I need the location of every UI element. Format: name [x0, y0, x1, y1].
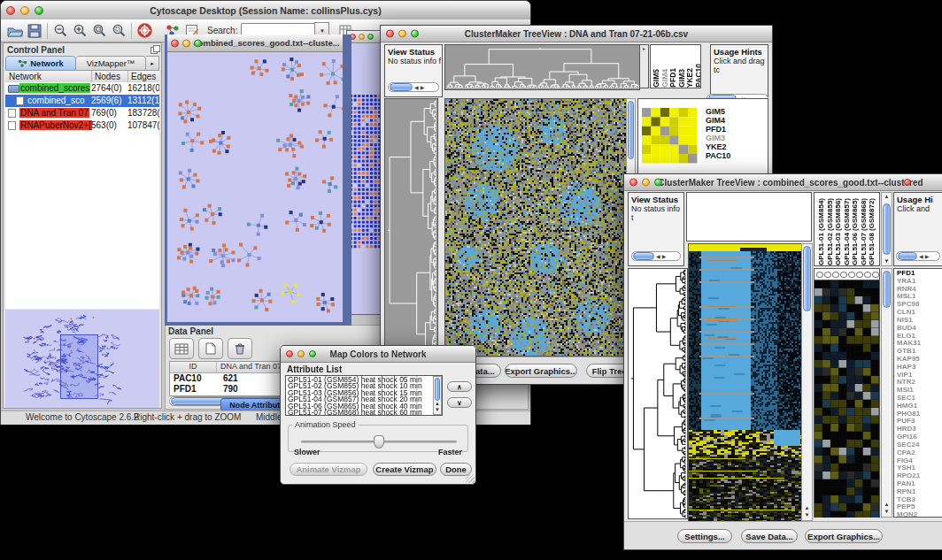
attribute-item[interactable]: GPL51-07 (GSM868) heat shock 60 min — [286, 410, 442, 416]
gene-label[interactable]: GIM4 — [706, 116, 730, 125]
new-attribute-icon[interactable] — [198, 338, 223, 359]
zoom-button[interactable] — [411, 30, 419, 38]
animate-vizmap-button[interactable]: Animate Vizmap — [290, 463, 367, 476]
create-vizmap-button[interactable]: Create Vizmap — [373, 463, 436, 476]
move-up-button[interactable]: ∧ — [447, 381, 472, 392]
array-label[interactable]: GPL51-01 (GSM854) — [817, 198, 826, 265]
zoom-button[interactable] — [35, 6, 43, 15]
array-label[interactable]: GPL51-04 (GSM857) — [843, 198, 852, 265]
global-heatmap[interactable] — [444, 98, 628, 357]
network-canvas[interactable] — [167, 52, 343, 322]
scroll-down-icon[interactable]: ▼ — [882, 509, 892, 515]
scroll-left-icon[interactable]: ◀ — [919, 254, 923, 259]
treeview2-title-bar[interactable]: ClusterMaker TreeView : combined_scores_… — [624, 174, 942, 191]
close-button[interactable] — [386, 30, 394, 38]
network-list-row[interactable]: DNA and Tran 07 769(0) 183728(0) — [5, 107, 159, 119]
scroll-right-icon[interactable]: ▶ — [925, 254, 930, 259]
array-label[interactable]: GPL51-02 (GSM855) — [826, 198, 835, 265]
view-status-scrollbar[interactable]: ◀ ▶ — [388, 82, 439, 92]
scroll-down-icon[interactable]: ▼ — [434, 407, 441, 413]
close-button[interactable] — [171, 39, 179, 47]
gene-label[interactable]: GIM5 — [706, 107, 730, 116]
network-list-row[interactable]: combined_sco 2569(6) 13112(15) — [5, 95, 159, 107]
scroll-up-icon[interactable]: ▲ — [882, 502, 892, 508]
network-list-row[interactable]: RNAPuberNov2+[ 563(0) 107847(0) — [5, 119, 159, 132]
scroll-thumb[interactable] — [628, 101, 634, 159]
heatmap-vscrollbar[interactable]: ▲ ▼ — [801, 243, 813, 521]
scroll-down-icon[interactable]: ▼ — [882, 258, 892, 265]
gene-label[interactable]: YKE2 — [706, 142, 730, 151]
help-lifering-icon[interactable] — [135, 22, 154, 40]
global-heatmap[interactable] — [688, 243, 803, 523]
scroll-left-icon[interactable]: ◀ — [656, 254, 660, 259]
save-session-icon[interactable] — [25, 22, 44, 40]
scroll-thumb[interactable] — [390, 83, 413, 91]
column-label[interactable]: PAC10 — [695, 64, 701, 88]
minimize-button[interactable] — [398, 30, 406, 38]
column-dendrogram-area[interactable] — [686, 192, 812, 242]
close-button[interactable] — [6, 6, 15, 15]
minimize-button[interactable] — [297, 350, 305, 357]
network-window-title-bar[interactable]: combined_scores_good.txt--cluste... — [167, 35, 343, 52]
export-graphics-button[interactable]: Export Graphics... — [505, 364, 577, 378]
zoom-button[interactable] — [367, 34, 374, 40]
scroll-thumb[interactable] — [883, 203, 891, 255]
zoom-fit-icon[interactable] — [89, 22, 109, 40]
export-graphics-button[interactable]: Export Graphics... — [805, 529, 883, 543]
treeview1-title-bar[interactable]: ClusterMaker TreeView : DNA and Tran 07-… — [381, 26, 772, 42]
zoom-out-icon[interactable] — [50, 22, 70, 40]
attribute-table-icon[interactable] — [169, 338, 194, 359]
gene-label[interactable]: PFD1 — [706, 125, 730, 134]
zoom-heatmap[interactable] — [641, 107, 698, 164]
main-title-bar[interactable]: Cytoscape Desktop (Session Name: collins… — [1, 1, 530, 20]
scroll-right-icon[interactable]: ▶ — [421, 85, 425, 90]
minimize-button[interactable] — [642, 179, 650, 187]
scroll-thumb[interactable] — [633, 252, 654, 260]
scroll-thumb[interactable] — [435, 378, 440, 401]
zoom-button[interactable] — [194, 39, 202, 47]
tab-vizmapper[interactable]: VizMapper™ — [76, 56, 146, 71]
zoom-in-icon[interactable] — [70, 22, 89, 40]
attribute-list-vscrollbar[interactable]: ▲ ▼ — [433, 376, 442, 415]
zoom-button[interactable] — [654, 179, 662, 187]
attribute-listbox[interactable]: GPL51-01 (GSM854) heat shock 05 minGPL51… — [285, 375, 443, 416]
window-controls[interactable] — [6, 6, 43, 15]
minimize-button[interactable] — [182, 39, 190, 47]
scroll-up-icon[interactable]: ▲ — [802, 505, 812, 511]
scroll-thumb[interactable] — [898, 252, 917, 260]
zoom-heatmap[interactable] — [815, 280, 879, 518]
close-button[interactable] — [629, 179, 637, 187]
row-dendrogram[interactable] — [628, 268, 688, 519]
gene-label[interactable]: PAC10 — [706, 151, 730, 160]
zoom-vscrollbar[interactable]: ▲ ▼ — [881, 268, 892, 518]
open-session-icon[interactable] — [5, 22, 25, 40]
close-button[interactable] — [286, 350, 293, 357]
speed-slider-thumb[interactable] — [374, 435, 384, 449]
array-label[interactable]: GPL51-03 (GSM856) — [834, 198, 843, 265]
array-label[interactable]: GPL51-06 (GSM865) — [851, 198, 860, 265]
resize-grip[interactable] — [466, 474, 475, 483]
scroll-down-icon[interactable]: ▼ — [802, 512, 812, 518]
gene-label[interactable]: GIM3 — [706, 134, 730, 142]
row-dendrogram[interactable] — [384, 98, 438, 357]
network-overview-thumbnail[interactable] — [5, 310, 159, 408]
minimize-button[interactable] — [359, 34, 365, 40]
minimize-button[interactable] — [20, 6, 29, 15]
tab-network[interactable]: Network — [5, 56, 76, 71]
move-down-button[interactable]: ∨ — [447, 397, 472, 408]
array-labels-vscrollbar[interactable]: ▲ ▼ — [881, 192, 892, 266]
scroll-thumb[interactable] — [883, 271, 891, 308]
settings-button[interactable]: Settings... — [677, 529, 732, 543]
gene-label[interactable]: MON2 — [897, 511, 942, 518]
network-list-row[interactable]: combined_scores 2764(0) 16218(0) — [5, 82, 159, 95]
column-dendrogram[interactable] — [444, 44, 640, 90]
scroll-right-icon[interactable]: ▶ — [662, 254, 667, 259]
delete-attribute-icon[interactable] — [228, 338, 252, 359]
scroll-up-icon[interactable]: ▲ — [434, 401, 441, 407]
tab-overflow-button[interactable]: ▸ — [146, 56, 159, 71]
scroll-up-icon[interactable]: ▲ — [882, 194, 892, 200]
network-canvas-grid[interactable] — [347, 43, 384, 314]
usage-hints-scrollbar[interactable]: ◀ ▶ — [896, 251, 940, 261]
zoom-button[interactable] — [309, 350, 316, 357]
scroll-left-icon[interactable]: ◀ — [414, 85, 419, 90]
